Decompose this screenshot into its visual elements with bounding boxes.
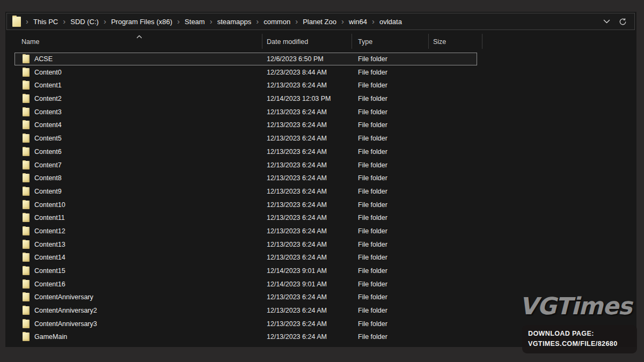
file-row[interactable]: Content4 12/13/2023 6:24 AM File folder	[5, 119, 636, 132]
address-folder-icon	[12, 17, 21, 27]
breadcrumb: › This PC › SDD (C:) › Program Files (x8…	[21, 18, 402, 26]
file-row[interactable]: ACSE 12/6/2023 6:50 PM File folder	[5, 53, 636, 66]
file-type: File folder	[358, 148, 387, 156]
file-row[interactable]: Content15 12/14/2023 9:01 AM File folder	[5, 264, 636, 278]
file-row[interactable]: ContentAnniversary 12/13/2023 6:24 AM Fi…	[5, 291, 636, 304]
file-row[interactable]: Content11 12/13/2023 6:24 AM File folder	[5, 211, 636, 225]
column-divider[interactable]	[482, 34, 482, 49]
file-list: ACSE 12/6/2023 6:50 PM File folder Conte…	[5, 53, 636, 344]
file-row[interactable]: Content0 12/23/2023 8:44 AM File folder	[5, 66, 636, 79]
file-row[interactable]: Content9 12/13/2023 6:24 AM File folder	[5, 185, 636, 198]
breadcrumb-item[interactable]: This PC	[33, 18, 58, 26]
folder-icon	[23, 121, 30, 129]
column-header-size[interactable]: Size	[433, 38, 446, 46]
column-header-date-modified[interactable]: Date modified	[267, 38, 308, 46]
file-type: File folder	[358, 241, 387, 248]
file-row[interactable]: Content3 12/13/2023 6:24 AM File folder	[5, 106, 636, 119]
file-row[interactable]: Content1 12/13/2023 6:24 AM File folder	[5, 79, 636, 92]
file-row[interactable]: Content5 12/13/2023 6:24 AM File folder	[5, 132, 636, 145]
breadcrumb-separator-icon: ›	[210, 17, 213, 25]
file-name: Content11	[34, 214, 65, 221]
file-name: Content4	[34, 121, 62, 129]
file-row[interactable]: Content2 12/14/2023 12:03 PM File folder	[5, 92, 636, 106]
file-date-modified: 12/13/2023 6:24 AM	[267, 254, 327, 261]
file-type: File folder	[358, 320, 387, 328]
file-row[interactable]: Content10 12/13/2023 6:24 AM File folder	[5, 198, 636, 212]
file-name: Content9	[34, 188, 62, 195]
file-date-modified: 12/6/2023 6:50 PM	[267, 55, 324, 63]
file-type: File folder	[358, 227, 387, 235]
file-name: Content0	[34, 69, 62, 76]
breadcrumb-item[interactable]: steamapps	[217, 18, 252, 26]
file-type: File folder	[358, 188, 387, 195]
file-name: Content13	[34, 241, 65, 248]
file-date-modified: 12/13/2023 6:24 AM	[267, 188, 327, 195]
file-name: Content12	[34, 227, 65, 235]
breadcrumb-separator-icon: ›	[104, 17, 106, 25]
column-divider[interactable]	[262, 34, 262, 49]
file-type: File folder	[358, 82, 387, 89]
file-row[interactable]: Content13 12/13/2023 6:24 AM File folder	[5, 238, 636, 252]
file-type: File folder	[358, 95, 387, 102]
sort-ascending-icon	[136, 31, 142, 41]
file-type: File folder	[358, 293, 387, 301]
file-type: File folder	[358, 55, 387, 63]
folder-icon	[23, 213, 30, 222]
file-type: File folder	[358, 254, 387, 261]
file-date-modified: 12/13/2023 6:24 AM	[267, 214, 327, 221]
file-type: File folder	[358, 267, 387, 275]
breadcrumb-separator-icon: ›	[26, 17, 28, 25]
folder-icon	[23, 187, 30, 196]
address-bar: › This PC › SDD (C:) › Program Files (x8…	[6, 13, 635, 30]
breadcrumb-item[interactable]: common	[264, 18, 290, 26]
file-name: Content16	[34, 280, 65, 288]
file-name: Content3	[34, 108, 62, 116]
breadcrumb-item[interactable]: ovldata	[379, 18, 402, 26]
column-header-type[interactable]: Type	[358, 38, 372, 46]
breadcrumb-item[interactable]: win64	[349, 18, 367, 26]
file-type: File folder	[358, 280, 387, 288]
breadcrumb-item[interactable]: Planet Zoo	[303, 18, 336, 26]
file-name: Content10	[34, 201, 65, 209]
file-name: ContentAnniversary3	[34, 320, 97, 328]
folder-icon	[23, 55, 30, 63]
file-name: Content8	[34, 174, 62, 182]
file-type: File folder	[358, 69, 387, 76]
folder-icon	[23, 240, 30, 249]
file-name: ContentAnniversary	[34, 293, 93, 301]
file-row[interactable]: Content8 12/13/2023 6:24 AM File folder	[5, 172, 636, 185]
file-row[interactable]: Content6 12/13/2023 6:24 AM File folder	[5, 145, 636, 159]
breadcrumb-item[interactable]: Steam	[185, 18, 205, 26]
breadcrumb-item[interactable]: Program Files (x86)	[111, 18, 172, 26]
breadcrumb-separator-icon: ›	[63, 17, 65, 25]
address-dropdown-icon[interactable]	[603, 19, 610, 24]
file-type: File folder	[358, 121, 387, 129]
column-divider[interactable]	[352, 34, 352, 49]
file-row[interactable]: ContentAnniversary2 12/13/2023 6:24 AM F…	[5, 304, 636, 317]
file-date-modified: 12/13/2023 6:24 AM	[267, 174, 327, 182]
file-date-modified: 12/14/2023 12:03 PM	[267, 95, 331, 102]
file-date-modified: 12/13/2023 6:24 AM	[267, 201, 327, 209]
folder-icon	[23, 68, 30, 77]
column-header-name[interactable]: Name	[21, 38, 39, 46]
file-row[interactable]: Content16 12/14/2023 9:01 AM File folder	[5, 278, 636, 291]
file-type: File folder	[358, 214, 387, 221]
file-date-modified: 12/14/2023 9:01 AM	[267, 280, 327, 288]
file-row[interactable]: Content7 12/13/2023 6:24 AM File folder	[5, 159, 636, 172]
file-row[interactable]: Content12 12/13/2023 6:24 AM File folder	[5, 225, 636, 238]
folder-icon	[23, 227, 30, 235]
column-divider[interactable]	[428, 34, 429, 49]
file-date-modified: 12/13/2023 6:24 AM	[267, 108, 327, 116]
breadcrumb-separator-icon: ›	[341, 17, 344, 25]
file-date-modified: 12/13/2023 6:24 AM	[267, 293, 327, 301]
folder-icon	[23, 280, 30, 289]
folder-icon	[23, 306, 30, 315]
file-type: File folder	[358, 108, 387, 116]
breadcrumb-item[interactable]: SDD (C:)	[70, 18, 99, 26]
file-row[interactable]: Content14 12/13/2023 6:24 AM File folder	[5, 251, 636, 264]
file-type: File folder	[358, 174, 387, 182]
file-name: Content6	[34, 148, 62, 156]
folder-icon	[23, 161, 30, 169]
watermark-download-url: VGTIMES.COM/FILE/82680	[528, 339, 631, 349]
refresh-icon[interactable]	[619, 18, 627, 26]
